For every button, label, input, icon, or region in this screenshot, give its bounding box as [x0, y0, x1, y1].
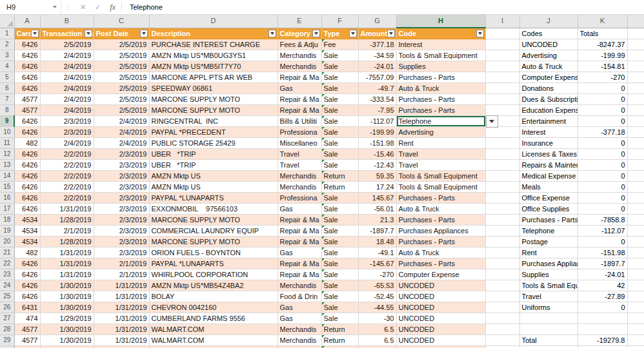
cell-B28[interactable]: 1/30/2019: [40, 324, 94, 335]
cell-G25[interactable]: -52.45: [358, 291, 396, 302]
cell-C26[interactable]: 1/31/2019: [94, 302, 149, 313]
header-cell-category[interactable]: Category: [277, 28, 321, 39]
select-all-corner[interactable]: [0, 15, 14, 28]
cell-A20[interactable]: 4534: [14, 237, 40, 247]
cell-E27[interactable]: Gas: [277, 313, 321, 324]
cell-J25[interactable]: Travel: [519, 291, 578, 302]
cell-J6[interactable]: Donations: [519, 83, 578, 94]
cell-L3[interactable]: [627, 50, 644, 61]
cell-I14[interactable]: [485, 171, 519, 182]
row-header-24[interactable]: 24: [0, 280, 14, 291]
cell-K15[interactable]: 0: [578, 182, 627, 193]
cell-I6[interactable]: [485, 83, 519, 94]
cell-D4[interactable]: AMZN Mktp US*MB5IT7Y70: [149, 61, 277, 72]
cell-B20[interactable]: 1/28/2019: [40, 237, 94, 247]
cell-F25[interactable]: Sale: [321, 291, 358, 302]
row-header-10[interactable]: 10: [0, 127, 14, 138]
cell-I21[interactable]: [485, 247, 519, 258]
cell-I29[interactable]: [485, 335, 519, 346]
cell-J15[interactable]: Meals: [519, 182, 578, 193]
cell-A17[interactable]: 6426: [14, 204, 40, 215]
cell-E8[interactable]: Repair & Ma: [277, 105, 321, 116]
cell-E23[interactable]: Repair & Ma: [277, 269, 321, 280]
cell-C27[interactable]: 1/31/2019: [94, 313, 149, 324]
cell-A22[interactable]: 6426: [14, 258, 40, 269]
cell-G23[interactable]: -270: [358, 269, 396, 280]
cell-K7[interactable]: 0: [578, 94, 627, 105]
cell-K23[interactable]: -24.01: [578, 269, 627, 280]
cell-L16[interactable]: [627, 193, 644, 204]
cell-L20[interactable]: [627, 237, 644, 247]
cell-B10[interactable]: 2/3/2019: [40, 127, 94, 138]
cell-L19[interactable]: [627, 226, 644, 237]
insert-function-button[interactable]: fx: [105, 0, 120, 14]
cell-B15[interactable]: 2/2/2019: [40, 182, 94, 193]
cell-K14[interactable]: 0: [578, 171, 627, 182]
cell-J17[interactable]: Office Supplies: [519, 204, 578, 215]
cell-F26[interactable]: Sale: [321, 302, 358, 313]
cell-L14[interactable]: [627, 171, 644, 182]
data-validation-dropdown-button[interactable]: [486, 115, 498, 128]
cell-D18[interactable]: MARCONE SUPPLY MOTO: [149, 215, 277, 226]
cell-H19[interactable]: Purchases Appliances: [396, 226, 485, 237]
cell-D3[interactable]: AMZN Mktp US*MB0UG3YS1: [149, 50, 277, 61]
cell-B26[interactable]: 1/30/2019: [40, 302, 94, 313]
cell-L5[interactable]: [627, 72, 644, 83]
cell-C17[interactable]: 2/3/2019: [94, 204, 149, 215]
cell-B18[interactable]: 1/28/2019: [40, 215, 94, 226]
cell-C23[interactable]: 2/1/2019: [94, 269, 149, 280]
cell-D26[interactable]: CHEVRON 0042160: [149, 302, 277, 313]
column-header-E[interactable]: E: [277, 15, 321, 28]
cell-E3[interactable]: Merchandis: [277, 50, 321, 61]
cell-L25[interactable]: [627, 291, 644, 302]
row-header-30[interactable]: 30: [0, 346, 14, 348]
cell-D14[interactable]: AMZN Mktp US: [149, 171, 277, 182]
cell-C3[interactable]: 2/5/2019: [94, 50, 149, 61]
cell-G14[interactable]: 59.35: [358, 171, 396, 182]
cell-B19[interactable]: 2/1/2019: [40, 226, 94, 237]
cell-L13[interactable]: [627, 160, 644, 171]
cell-E9[interactable]: Bills & Utiliti: [277, 116, 321, 127]
row-header-13[interactable]: 13: [0, 160, 14, 171]
cell-F6[interactable]: Sale: [321, 83, 358, 94]
cell-B16[interactable]: 2/2/2019: [40, 193, 94, 204]
cell-D12[interactable]: UBER *TRIP: [149, 149, 277, 160]
cell-H20[interactable]: Purchases - Parts: [396, 237, 485, 247]
cell-L21[interactable]: [627, 247, 644, 258]
cell-D10[interactable]: PAYPAL *PRECEDENT: [149, 127, 277, 138]
cell-A11[interactable]: 482: [14, 138, 40, 149]
row-header-18[interactable]: 18: [0, 215, 14, 226]
cell-I16[interactable]: [485, 193, 519, 204]
cell-F15[interactable]: Return: [321, 182, 358, 193]
cell-D25[interactable]: BOLAY: [149, 291, 277, 302]
cell-C14[interactable]: 2/3/2019: [94, 171, 149, 182]
cell-B29[interactable]: 1/30/2019: [40, 335, 94, 346]
cell-K29[interactable]: -19279.8: [578, 335, 627, 346]
cell-G30[interactable]: 6.5: [358, 346, 396, 348]
cell-L7[interactable]: [627, 94, 644, 105]
cell-A14[interactable]: 6426: [14, 171, 40, 182]
header-cell-code[interactable]: Code: [396, 28, 485, 39]
cell-B11[interactable]: 2/4/2019: [40, 138, 94, 149]
cell-G2[interactable]: -377.18: [358, 39, 396, 50]
cell-H15[interactable]: Tools & Small Equipment: [396, 182, 485, 193]
cell-E24[interactable]: Merchandis: [277, 280, 321, 291]
row-header-14[interactable]: 14: [0, 171, 14, 182]
cell-I28[interactable]: [485, 324, 519, 335]
cell-I5[interactable]: [485, 72, 519, 83]
cell-D9[interactable]: RINGCENTRAL INC: [149, 116, 277, 127]
cell-E7[interactable]: Repair & Ma: [277, 94, 321, 105]
row-header-2[interactable]: 2: [0, 39, 14, 50]
cell-A26[interactable]: 6431: [14, 302, 40, 313]
row-header-17[interactable]: 17: [0, 204, 14, 215]
cell-J3[interactable]: Advertising: [519, 50, 578, 61]
cell-B6[interactable]: 2/4/2019: [40, 83, 94, 94]
cell-I25[interactable]: [485, 291, 519, 302]
cell-G15[interactable]: 17.24: [358, 182, 396, 193]
cell-H22[interactable]: Purchases - Parts: [396, 258, 485, 269]
cell-L6[interactable]: [627, 83, 644, 94]
cell-E22[interactable]: Repair & Ma: [277, 258, 321, 269]
cell-A3[interactable]: 6426: [14, 50, 40, 61]
filter-button-card[interactable]: [31, 30, 39, 37]
cell-B13[interactable]: 2/2/2019: [40, 160, 94, 171]
